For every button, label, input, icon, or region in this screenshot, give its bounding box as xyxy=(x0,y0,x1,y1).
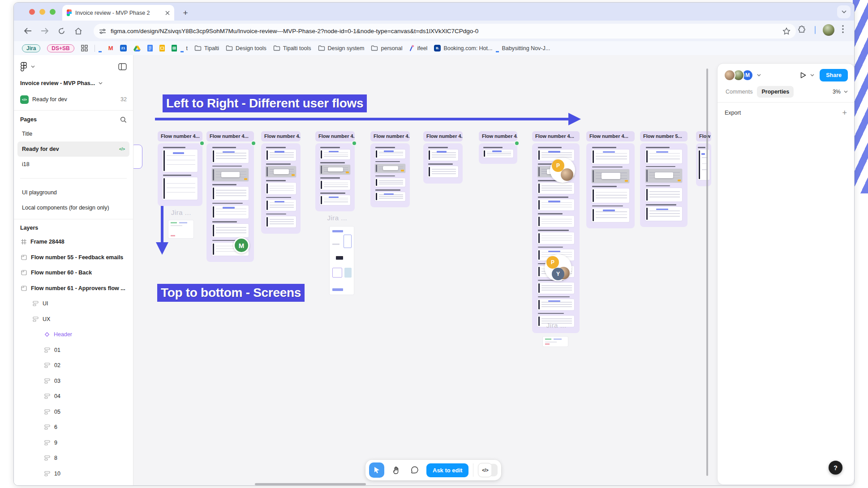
flow-column-header[interactable]: Flow number 4... xyxy=(423,131,463,141)
toggle-sidebar-icon[interactable] xyxy=(118,63,127,70)
screen-thumbnail[interactable] xyxy=(537,216,575,227)
home-icon[interactable] xyxy=(74,27,82,35)
layer-item-frame-28448[interactable]: Frame 28448 xyxy=(14,234,133,250)
ready-for-dev-row[interactable]: </> Ready for dev 32 xyxy=(14,91,133,108)
bookmark-item[interactable] xyxy=(147,45,153,51)
bookmark-item[interactable]: personal xyxy=(371,45,402,51)
bookmark-item[interactable]: 21 xyxy=(120,45,127,51)
jira-label[interactable]: Jira ... xyxy=(546,321,567,329)
flow-column-header[interactable]: Flow xyxy=(696,131,711,141)
screen-thumbnail[interactable] xyxy=(592,169,629,184)
bookmark-item[interactable] xyxy=(133,45,141,51)
layer-item-ux[interactable]: UX xyxy=(14,312,133,327)
screen-thumbnail[interactable] xyxy=(266,216,296,227)
flow-column-header[interactable]: Flow number 4... xyxy=(586,131,635,141)
page-item-i18[interactable]: i18 xyxy=(17,157,129,172)
bookmark-item[interactable] xyxy=(159,45,165,51)
screen-thumbnail[interactable] xyxy=(212,224,249,237)
screen-thumbnail[interactable] xyxy=(320,150,351,159)
layer-item-02[interactable]: 02 xyxy=(14,358,133,373)
flow-column-header[interactable]: Flow number 5... xyxy=(640,131,688,141)
bookmark-item[interactable]: Tipalti tools xyxy=(273,45,311,51)
profile-avatar[interactable] xyxy=(823,24,834,36)
bookmark-item[interactable]: Babysitting Nov-J... xyxy=(499,45,550,51)
zoom-level[interactable]: 3% xyxy=(833,89,841,95)
screen-thumbnail[interactable] xyxy=(266,150,296,161)
screen-thumbnail[interactable] xyxy=(428,166,459,177)
flow-arrow-horizontal[interactable] xyxy=(155,118,569,120)
bookmark-item[interactable]: M xyxy=(108,45,113,51)
layer-item-10[interactable]: 10 xyxy=(14,466,133,482)
tab-properties[interactable]: Properties xyxy=(757,86,794,98)
screen-thumbnail[interactable] xyxy=(645,207,683,221)
screen-thumbnail[interactable] xyxy=(163,150,198,172)
flow-column-header[interactable]: Flow number 4... xyxy=(370,131,410,141)
canvas-title-horizontal[interactable]: Left to Right - Different user flows xyxy=(163,94,367,112)
screen-thumbnail[interactable] xyxy=(212,150,249,163)
layer-item-9[interactable]: 9 xyxy=(14,435,133,451)
selected-frame-fragment[interactable] xyxy=(133,145,142,169)
screen-thumbnail[interactable] xyxy=(537,232,575,244)
bookmark-item[interactable] xyxy=(81,45,88,51)
screen-thumbnail[interactable] xyxy=(212,205,249,219)
reload-icon[interactable] xyxy=(58,27,65,35)
ask-to-edit-button[interactable]: Ask to edit xyxy=(426,463,468,477)
collaborator-avatar-1[interactable] xyxy=(724,69,735,81)
extensions-icon[interactable] xyxy=(798,26,806,34)
minimize-window-button[interactable] xyxy=(39,9,45,15)
layer-item-flow-number-61-approvers-flow-[interactable]: Flow number 61 - Approvers flow ... xyxy=(14,281,133,296)
new-tab-button[interactable]: + xyxy=(180,7,191,18)
url-bar[interactable]: figma.com/design/NZsivqsY8Bc3cp9SohM7Mu/… xyxy=(94,24,796,39)
browser-tab[interactable]: Invoice review - MVP Phase 2 xyxy=(62,5,174,21)
flow-column-header[interactable]: Flow number 4... xyxy=(261,131,301,141)
browser-menu-icon[interactable] xyxy=(842,25,844,33)
bookmark-item[interactable]: Design tools xyxy=(226,45,266,51)
screen-thumbnail[interactable] xyxy=(212,168,249,182)
layer-item-8[interactable]: 8 xyxy=(14,450,133,466)
forward-icon[interactable] xyxy=(41,27,49,34)
horizontal-scrollbar[interactable] xyxy=(255,483,366,485)
chevron-down-icon[interactable] xyxy=(99,82,103,85)
bookmark-item[interactable]: Tipalti xyxy=(194,45,219,51)
screen-thumbnail[interactable] xyxy=(537,199,575,210)
screen-thumbnail[interactable] xyxy=(375,178,406,187)
move-tool-button[interactable] xyxy=(369,462,384,478)
vertical-scrollbar[interactable] xyxy=(706,68,708,476)
layer-item-flow-number-60-back[interactable]: Flow number 60 - Back xyxy=(14,265,133,281)
tab-close-icon[interactable] xyxy=(165,11,170,15)
chevron-down-icon[interactable] xyxy=(757,74,761,77)
collab-avatar[interactable]: M xyxy=(233,237,249,253)
screen-thumbnail[interactable] xyxy=(483,150,513,158)
screen-thumbnail[interactable] xyxy=(645,169,683,183)
collab-avatar-cluster[interactable]: P xyxy=(550,158,575,183)
bookmark-item[interactable]: Design system xyxy=(318,45,365,51)
share-button[interactable]: Share xyxy=(820,69,848,81)
layer-item-03[interactable]: 03 xyxy=(14,373,133,389)
screen-thumbnail[interactable] xyxy=(537,299,575,310)
zoom-window-button[interactable] xyxy=(50,9,56,15)
help-button[interactable]: ? xyxy=(829,461,842,475)
chevron-down-icon[interactable] xyxy=(844,90,848,93)
flow-column-header[interactable]: Flow number 4... xyxy=(158,131,202,141)
screen-thumbnail[interactable] xyxy=(375,164,406,173)
screen-thumbnail[interactable] xyxy=(428,150,459,161)
collab-avatar-cluster[interactable]: PY xyxy=(545,254,572,281)
screen-thumbnail[interactable] xyxy=(266,166,296,177)
screen-thumbnail[interactable] xyxy=(320,165,351,175)
screen-thumbnail[interactable] xyxy=(375,192,406,201)
bookmark-item[interactable]: Jira xyxy=(22,44,40,52)
dev-mode-toggle[interactable]: </> xyxy=(478,463,498,477)
screen-thumbnail[interactable] xyxy=(212,187,249,200)
bookmark-item[interactable] xyxy=(172,45,177,51)
tab-search-chevron-button[interactable] xyxy=(837,5,851,18)
search-icon[interactable] xyxy=(120,116,127,123)
export-add-icon[interactable]: + xyxy=(842,109,847,117)
close-window-button[interactable] xyxy=(29,9,35,15)
flow-column-header[interactable]: Flow number 4... xyxy=(479,131,517,141)
comment-tool-button[interactable] xyxy=(408,463,422,477)
site-info-icon[interactable] xyxy=(99,28,106,34)
jira-card[interactable] xyxy=(543,337,568,347)
screen-thumbnail[interactable] xyxy=(320,180,351,190)
screen-thumbnail[interactable] xyxy=(592,188,629,203)
screen-thumbnail[interactable] xyxy=(592,150,629,164)
